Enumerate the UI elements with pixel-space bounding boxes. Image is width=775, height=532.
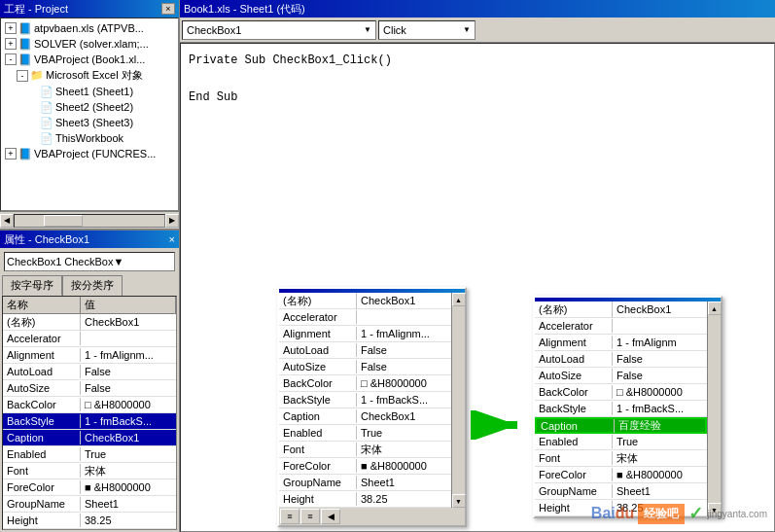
props-row-7[interactable]: CaptionCheckBox1	[3, 430, 176, 446]
fp-value: 1 - fmBackS...	[357, 393, 451, 407]
fp-left-row-5[interactable]: BackColor□ &H8000000	[279, 375, 451, 392]
props-row-5[interactable]: BackColor□ &H8000000	[3, 397, 176, 413]
fp-left-row-8[interactable]: EnabledTrue	[279, 425, 451, 442]
expand-icon[interactable]: -	[5, 53, 17, 65]
fp-name: Enabled	[535, 435, 613, 448]
fp-left-row-10[interactable]: ForeColor■ &H8000000	[279, 458, 451, 475]
scrollbar-thumb[interactable]	[44, 215, 83, 227]
project-title-label: 工程 - Project	[4, 2, 68, 17]
props-row-6[interactable]: BackStyle1 - fmBackS...	[3, 413, 176, 430]
fp-left-row-6[interactable]: BackStyle1 - fmBackS...	[279, 392, 451, 408]
properties-rows: (名称)CheckBox1AcceleratorAlignment1 - fmA…	[3, 314, 176, 529]
scroll-right-button[interactable]: ▶	[165, 214, 179, 228]
floating-panel-content: (名称)CheckBox1AcceleratorAlignment1 - fmA…	[279, 293, 465, 508]
prop-name: (名称)	[3, 314, 81, 331]
scroll-down-button[interactable]: ▼	[452, 494, 466, 508]
tree-item-sheet3[interactable]: 📄 Sheet3 (Sheet3)	[26, 115, 176, 130]
fp-value: Sheet1	[357, 476, 451, 489]
prop-value: False	[81, 381, 176, 395]
prop-name: Accelerator	[3, 332, 81, 345]
tree-item-solver[interactable]: + 📘 SOLVER (solver.xlam;...	[3, 36, 176, 52]
folder-icon: 📁	[30, 69, 44, 83]
fp-left-row-4[interactable]: AutoSizeFalse	[279, 359, 451, 375]
fp-right-row-1[interactable]: Accelerator	[535, 318, 707, 335]
fp-left-row-1[interactable]: Accelerator	[279, 309, 451, 326]
expand-icon[interactable]: +	[5, 38, 17, 50]
align-right-button[interactable]: ◀	[321, 509, 340, 524]
tab-alpha[interactable]: 按字母序	[2, 275, 62, 296]
fp-value: True	[613, 435, 707, 448]
expand-icon[interactable]: +	[5, 148, 17, 160]
tree-item-sheet2[interactable]: 📄 Sheet2 (Sheet2)	[26, 99, 176, 115]
prop-value: False	[81, 365, 176, 378]
fp-value: False	[357, 343, 451, 357]
table-header: 名称 值	[3, 297, 176, 314]
fp-left-row-0[interactable]: (名称)CheckBox1	[279, 293, 451, 309]
fp-left-row-2[interactable]: Alignment1 - fmAlignm...	[279, 326, 451, 342]
scrollbar-column-right[interactable]: ▲ ▼	[707, 301, 721, 516]
scroll-up-button[interactable]: ▲	[452, 293, 466, 306]
props-row-1[interactable]: Accelerator	[3, 331, 176, 347]
fp-left-row-11[interactable]: GroupNameSheet1	[279, 475, 451, 491]
event-dropdown[interactable]: Click ▼	[378, 20, 476, 40]
tab-category[interactable]: 按分类序	[62, 275, 123, 296]
scrollbar-track[interactable]	[14, 214, 165, 228]
object-dropdown[interactable]: CheckBox1 ▼	[182, 20, 376, 40]
props-row-10[interactable]: ForeColor■ &H8000000	[3, 479, 176, 496]
fp-right-row-8[interactable]: EnabledTrue	[535, 434, 707, 450]
expand-icon[interactable]: +	[5, 22, 17, 34]
props-row-12[interactable]: Height38.25	[3, 513, 176, 529]
tree-item-funcres[interactable]: + 📘 VBAProject (FUNCRES...	[3, 146, 176, 161]
fp-name: (名称)	[535, 301, 613, 318]
tree-item-sheet1[interactable]: 📄 Sheet1 (Sheet1)	[26, 84, 176, 99]
fp-name: AutoLoad	[535, 352, 613, 366]
fp-left-row-3[interactable]: AutoLoadFalse	[279, 342, 451, 359]
tree-item-thisworkbook[interactable]: 📄 ThisWorkbook	[26, 130, 176, 146]
prop-value: 1 - fmAlignm...	[81, 348, 176, 362]
tree-item-atpvbaen[interactable]: + 📘 atpvbaen.xls (ATPVB...	[3, 20, 176, 36]
props-row-11[interactable]: GroupNameSheet1	[3, 496, 176, 513]
fp-right-row-3[interactable]: AutoLoadFalse	[535, 351, 707, 368]
tree-item-vbaproject[interactable]: - 📘 VBAProject (Book1.xl...	[3, 52, 176, 67]
props-row-8[interactable]: EnabledTrue	[3, 446, 176, 463]
fp-right-row-7[interactable]: Caption百度经验	[535, 417, 707, 434]
fp-right-row-11[interactable]: GroupNameSheet1	[535, 483, 707, 500]
fp-right-row-0[interactable]: (名称)CheckBox1	[535, 301, 707, 318]
scroll-up-button-right[interactable]: ▲	[708, 301, 722, 315]
fp-right-row-6[interactable]: BackStyle1 - fmBackS...	[535, 401, 707, 417]
props-row-2[interactable]: Alignment1 - fmAlignm...	[3, 347, 176, 364]
align-left-button[interactable]: ≡	[280, 509, 299, 524]
scrollbar-column[interactable]: ▲ ▼	[451, 293, 465, 508]
fp-right-row-10[interactable]: ForeColor■ &H8000000	[535, 467, 707, 483]
fp-right-row-2[interactable]: Alignment1 - fmAlignm	[535, 335, 707, 351]
properties-tabs: 按字母序 按分类序	[2, 275, 177, 296]
fp-left-row-7[interactable]: CaptionCheckBox1	[279, 408, 451, 425]
fp-value: 宋体	[613, 450, 707, 467]
props-row-9[interactable]: Font宋体	[3, 463, 176, 479]
horizontal-scrollbar[interactable]: ◀ ▶	[0, 211, 179, 229]
properties-object-dropdown[interactable]: CheckBox1 CheckBox ▼	[4, 252, 175, 271]
prop-value: 38.25	[81, 514, 176, 527]
header-name: 名称	[3, 297, 81, 313]
fp-left-row-9[interactable]: Font宋体	[279, 442, 451, 458]
project-close-button[interactable]: ×	[161, 3, 175, 15]
green-arrow-icon	[471, 410, 529, 440]
properties-close-button[interactable]: ×	[169, 233, 175, 245]
fp-left-row-12[interactable]: Height38.25	[279, 491, 451, 508]
fp-right-row-4[interactable]: AutoSizeFalse	[535, 368, 707, 384]
align-center-button[interactable]: ≡	[300, 509, 320, 524]
props-row-3[interactable]: AutoLoadFalse	[3, 364, 176, 380]
bottom-buttons: ≡ ≡ ◀	[279, 508, 465, 525]
scroll-left-button[interactable]: ◀	[0, 214, 14, 228]
fp-right-row-9[interactable]: Font宋体	[535, 450, 707, 467]
watermark-area: Baidu 经验吧 ✓ jingyanta.com	[591, 503, 767, 524]
fp-name: Accelerator	[535, 319, 613, 333]
fp-right-row-5[interactable]: BackColor□ &H8000000	[535, 384, 707, 401]
expand-icon[interactable]: -	[17, 70, 28, 82]
tree-label: SOLVER (solver.xlam;...	[34, 38, 149, 50]
fp-value	[357, 316, 451, 318]
tree-item-msexcel[interactable]: - 📁 Microsoft Excel 对象	[15, 67, 176, 84]
project-tree[interactable]: + 📘 atpvbaen.xls (ATPVB... + 📘 SOLVER (s…	[0, 18, 179, 211]
props-row-4[interactable]: AutoSizeFalse	[3, 380, 176, 397]
props-row-0[interactable]: (名称)CheckBox1	[3, 314, 176, 331]
